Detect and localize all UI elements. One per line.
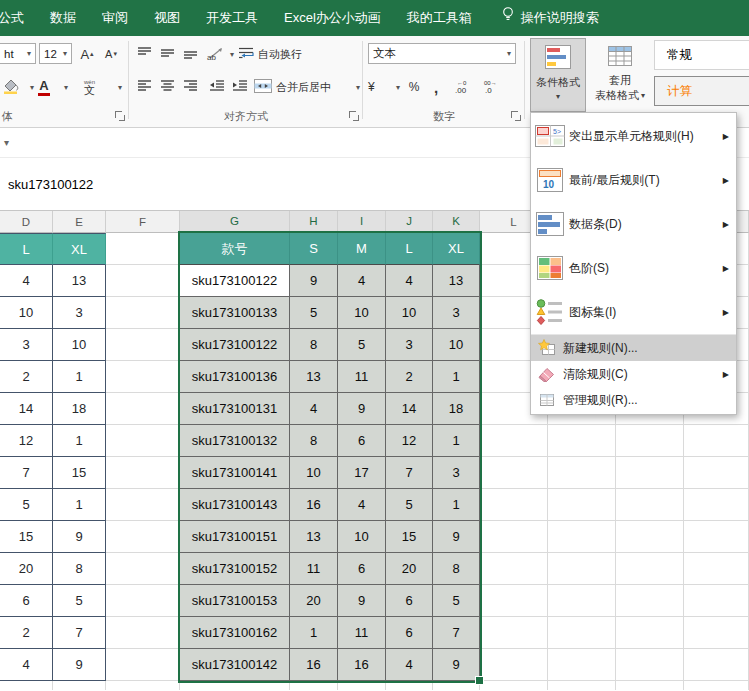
- empty-cell[interactable]: [480, 457, 548, 489]
- empty-cell[interactable]: [106, 617, 180, 649]
- empty-cell[interactable]: [616, 457, 684, 489]
- empty-cell[interactable]: [480, 553, 548, 585]
- conditional-formatting-button[interactable]: 条件格式 ▾: [530, 38, 586, 112]
- left-table-cell-xl[interactable]: 9: [53, 521, 106, 553]
- right-table-header-s[interactable]: S: [290, 233, 338, 265]
- menu-item-new-rule[interactable]: 新建规则(N)...: [531, 334, 736, 361]
- size-l-cell[interactable]: 5: [386, 489, 433, 521]
- left-table-cell-xl[interactable]: 18: [53, 393, 106, 425]
- size-l-cell[interactable]: 10: [386, 297, 433, 329]
- empty-cell[interactable]: [106, 681, 180, 690]
- align-right-button[interactable]: [180, 76, 201, 98]
- empty-cell[interactable]: [684, 681, 749, 690]
- empty-cell[interactable]: [616, 681, 684, 690]
- empty-cell[interactable]: [616, 425, 684, 457]
- ribbon-tab-excel-animation[interactable]: Excel办公小动画: [271, 0, 394, 36]
- size-s-cell[interactable]: 4: [290, 393, 338, 425]
- number-dialog-launcher-icon[interactable]: [511, 111, 521, 121]
- number-format-combo[interactable]: 文本 ▾: [368, 43, 516, 64]
- left-table-cell-l[interactable]: 4: [0, 649, 53, 681]
- size-xl-cell[interactable]: 8: [433, 553, 480, 585]
- column-header-f[interactable]: F: [106, 211, 180, 233]
- size-m-cell[interactable]: 6: [338, 553, 386, 585]
- size-m-cell[interactable]: 9: [338, 393, 386, 425]
- left-table-cell-xl[interactable]: 1: [53, 489, 106, 521]
- empty-cell[interactable]: [106, 233, 180, 265]
- sku-cell[interactable]: sku173100133: [180, 297, 290, 329]
- orientation-button[interactable]: ab ▾: [206, 43, 234, 65]
- tell-me-search[interactable]: 操作说明搜索: [493, 0, 607, 36]
- empty-cell[interactable]: [433, 681, 480, 690]
- ribbon-tab-developer[interactable]: 开发工具: [193, 0, 271, 36]
- size-xl-cell[interactable]: 1: [433, 489, 480, 521]
- menu-item-data-bars[interactable]: 数据条(D) ▶: [531, 202, 736, 246]
- left-table-cell-l[interactable]: 10: [0, 297, 53, 329]
- left-table-header-l[interactable]: L: [0, 233, 53, 265]
- ribbon-tab-review[interactable]: 审阅: [89, 0, 141, 36]
- menu-item-manage-rules[interactable]: 管理规则(R)...: [531, 387, 736, 413]
- size-s-cell[interactable]: 9: [290, 265, 338, 297]
- size-m-cell[interactable]: 5: [338, 329, 386, 361]
- left-table-cell-l[interactable]: 5: [0, 489, 53, 521]
- size-s-cell[interactable]: 8: [290, 329, 338, 361]
- align-bottom-button[interactable]: [180, 43, 201, 65]
- size-l-cell[interactable]: 2: [386, 361, 433, 393]
- size-l-cell[interactable]: 6: [386, 617, 433, 649]
- empty-cell[interactable]: [480, 425, 548, 457]
- size-m-cell[interactable]: 10: [338, 521, 386, 553]
- sku-cell[interactable]: sku173100122: [180, 265, 290, 297]
- left-table-cell-l[interactable]: 4: [0, 265, 53, 297]
- chevron-down-icon[interactable]: ▾: [4, 137, 9, 148]
- empty-cell[interactable]: [548, 425, 616, 457]
- empty-cell[interactable]: [684, 553, 749, 585]
- sku-cell[interactable]: sku173100122: [180, 329, 290, 361]
- cell-style-calculation[interactable]: 计算: [654, 76, 749, 106]
- empty-cell[interactable]: [548, 617, 616, 649]
- left-table-cell-l[interactable]: 6: [0, 585, 53, 617]
- ribbon-tab-my-toolbox[interactable]: 我的工具箱: [394, 0, 485, 36]
- cell-style-normal[interactable]: 常规: [654, 40, 749, 70]
- size-m-cell[interactable]: 4: [338, 265, 386, 297]
- right-table-header-l[interactable]: L: [386, 233, 433, 265]
- size-s-cell[interactable]: 5: [290, 297, 338, 329]
- left-table-cell-xl[interactable]: 8: [53, 553, 106, 585]
- empty-cell[interactable]: [548, 681, 616, 690]
- empty-cell[interactable]: [106, 457, 180, 489]
- menu-item-top-bottom-rules[interactable]: 10 最前/最后规则(T) ▶: [531, 158, 736, 202]
- size-xl-cell[interactable]: 1: [433, 425, 480, 457]
- decrease-indent-button[interactable]: [206, 76, 227, 98]
- alignment-dialog-launcher-icon[interactable]: [349, 111, 359, 121]
- left-table-cell-l[interactable]: 20: [0, 553, 53, 585]
- size-s-cell[interactable]: 11: [290, 553, 338, 585]
- left-table-cell-l[interactable]: 15: [0, 521, 53, 553]
- left-table-cell-xl[interactable]: 9: [53, 649, 106, 681]
- size-l-cell[interactable]: 6: [386, 585, 433, 617]
- empty-cell[interactable]: [684, 425, 749, 457]
- size-xl-cell[interactable]: 5: [433, 585, 480, 617]
- empty-cell[interactable]: [106, 585, 180, 617]
- size-m-cell[interactable]: 11: [338, 617, 386, 649]
- menu-item-clear-rules[interactable]: 清除规则(C) ▶: [531, 361, 736, 387]
- wrap-text-button[interactable]: 自动换行: [238, 43, 334, 65]
- empty-cell[interactable]: [106, 489, 180, 521]
- font-color-button[interactable]: A ▾: [38, 76, 68, 98]
- size-l-cell[interactable]: 15: [386, 521, 433, 553]
- empty-cell[interactable]: [106, 297, 180, 329]
- left-table-cell-xl[interactable]: 3: [53, 297, 106, 329]
- phonetic-guide-button[interactable]: wén 文 ▾: [84, 76, 122, 98]
- size-xl-cell[interactable]: 7: [433, 617, 480, 649]
- empty-cell[interactable]: [106, 393, 180, 425]
- empty-cell[interactable]: [548, 649, 616, 681]
- empty-cell[interactable]: [548, 521, 616, 553]
- decrease-font-size-button[interactable]: A▾: [99, 43, 123, 65]
- empty-cell[interactable]: [290, 681, 338, 690]
- size-l-cell[interactable]: 3: [386, 329, 433, 361]
- left-table-cell-l[interactable]: 12: [0, 425, 53, 457]
- size-xl-cell[interactable]: 18: [433, 393, 480, 425]
- empty-cell[interactable]: [106, 361, 180, 393]
- size-l-cell[interactable]: 7: [386, 457, 433, 489]
- align-top-button[interactable]: [134, 43, 155, 65]
- sku-cell[interactable]: sku173100132: [180, 425, 290, 457]
- empty-cell[interactable]: [480, 649, 548, 681]
- left-table-cell-l[interactable]: 2: [0, 617, 53, 649]
